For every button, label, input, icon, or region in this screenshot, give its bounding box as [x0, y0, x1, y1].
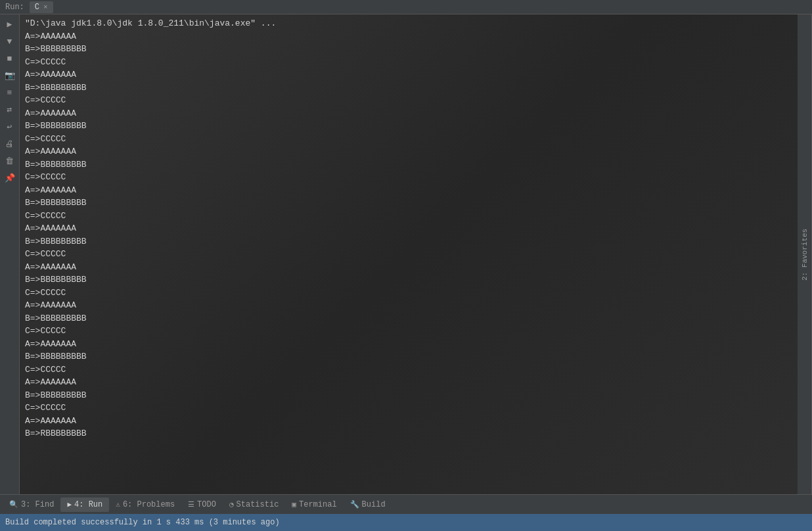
- console-output-line: B=>RBBBBBBBB: [25, 427, 792, 440]
- wrap-icon[interactable]: ≡: [3, 85, 17, 100]
- todo-icon: ☰: [188, 500, 194, 509]
- bottom-tab-bar: 🔍 3: Find ▶ 4: Run ⚠ 6: Problems ☰ TODO …: [0, 494, 812, 514]
- scroll-down-icon[interactable]: ▼: [3, 34, 17, 49]
- title-bar: Run: C ×: [0, 0, 812, 14]
- console-output-line: A=>AAAAAAA: [25, 222, 792, 235]
- console-output-line: A=>AAAAAAA: [25, 376, 792, 389]
- console-output-line: B=>BBBBBBBBB: [25, 312, 792, 325]
- problems-icon: ⚠: [116, 500, 120, 509]
- console-output-line: C=>CCCCC: [25, 325, 792, 338]
- console-output-line: B=>BBBBBBBBB: [25, 273, 792, 287]
- favorites-sidebar[interactable]: 2: Favorites: [798, 14, 812, 494]
- main-layout: ▶ ▼ ■ 📷 ≡ ⇄ ↩ 🖨 🗑 📌 "D:\java jdk1.8.0\jd…: [0, 14, 812, 494]
- console-output-line: A=>AAAAAAA: [25, 30, 792, 43]
- console-output-line: A=>AAAAAAA: [25, 415, 792, 428]
- find-icon: 🔍: [9, 500, 18, 509]
- tab-run-label: 4: Run: [74, 500, 102, 509]
- status-bar: Build completed successfully in 1 s 433 …: [0, 514, 812, 531]
- console-output-line: B=>BBBBBBBBB: [25, 350, 792, 363]
- tab-problems[interactable]: ⚠ 6: Problems: [109, 497, 181, 512]
- console-output-line: B=>BBBBBBBBB: [25, 158, 792, 172]
- console-area: "D:\java jdk1.8.0\jdk 1.8.0_211\bin\java…: [20, 14, 798, 494]
- tab-todo-label: TODO: [197, 500, 216, 509]
- tab-terminal-label: Terminal: [299, 500, 337, 509]
- screenshot-icon[interactable]: 📷: [3, 68, 17, 83]
- console-output-line: A=>AAAAAAA: [25, 338, 792, 351]
- tab-statistic-label: Statistic: [237, 500, 279, 509]
- tab-build-label: Build: [362, 500, 386, 509]
- left-sidebar: ▶ ▼ ■ 📷 ≡ ⇄ ↩ 🖨 🗑 📌: [0, 14, 20, 494]
- tab-close-button[interactable]: ×: [43, 3, 48, 11]
- statistic-icon: ◔: [229, 500, 234, 509]
- run-icon[interactable]: ▶: [3, 17, 17, 32]
- console-output-line: C=>CCCCC: [25, 363, 792, 377]
- console-output-line: C=>CCCCC: [25, 94, 792, 107]
- console-output-line: A=>AAAAAAA: [25, 261, 792, 274]
- console-output: A=>AAAAAAAB=>BBBBBBBBBC=>CCCCCA=>AAAAAAA…: [25, 30, 792, 440]
- console-output-line: B=>BBBBBBBBB: [25, 389, 792, 402]
- console-output-line: A=>AAAAAAA: [25, 107, 792, 120]
- status-message: Build completed successfully in 1 s 433 …: [5, 518, 280, 527]
- tab-statistic[interactable]: ◔ Statistic: [223, 497, 285, 512]
- build-icon: 🔧: [350, 500, 359, 509]
- console-output-line: C=>CCCCC: [25, 402, 792, 415]
- settings-icon[interactable]: ⇄: [3, 103, 17, 117]
- console-output-line: C=>CCCCC: [25, 210, 792, 223]
- tab-name: C: [35, 3, 39, 12]
- console-output-line: C=>CCCCC: [25, 248, 792, 261]
- pin-icon[interactable]: 📌: [3, 171, 17, 185]
- console-content: "D:\java jdk1.8.0\jdk 1.8.0_211\bin\java…: [25, 17, 792, 440]
- console-output-line: B=>BBBBBBBBB: [25, 120, 792, 133]
- stop-icon[interactable]: ■: [3, 51, 17, 66]
- tab-find-label: 3: Find: [21, 500, 54, 509]
- back-icon[interactable]: ↩: [3, 120, 17, 134]
- console-output-line: C=>CCCCC: [25, 287, 792, 300]
- console-output-line: A=>AAAAAAA: [25, 145, 792, 158]
- console-output-line: B=>BBBBBBBBB: [25, 235, 792, 248]
- console-output-line: A=>AAAAAAA: [25, 299, 792, 312]
- run-label: Run:: [5, 3, 24, 12]
- delete-icon[interactable]: 🗑: [3, 154, 17, 168]
- run-tab-icon: ▶: [67, 500, 72, 509]
- tab-build[interactable]: 🔧 Build: [344, 497, 392, 512]
- tab-problems-label: 6: Problems: [123, 500, 175, 509]
- console-command-line: "D:\java jdk1.8.0\jdk 1.8.0_211\bin\java…: [25, 17, 792, 30]
- console-output-line: A=>AAAAAAA: [25, 184, 792, 197]
- console-output-line: C=>CCCCC: [25, 133, 792, 146]
- print-icon[interactable]: 🖨: [3, 137, 17, 151]
- tab-run[interactable]: ▶ 4: Run: [60, 497, 109, 512]
- terminal-icon: ▣: [292, 500, 296, 509]
- tab-terminal[interactable]: ▣ Terminal: [285, 497, 343, 512]
- console-output-line: B=>BBBBBBBBB: [25, 196, 792, 210]
- tab-find[interactable]: 🔍 3: Find: [3, 497, 60, 512]
- console-output-line: B=>BBBBBBBBB: [25, 43, 792, 56]
- console-output-line: C=>CCCCC: [25, 171, 792, 184]
- run-tab[interactable]: C ×: [30, 1, 53, 13]
- console-output-line: C=>CCCCC: [25, 56, 792, 69]
- tab-todo[interactable]: ☰ TODO: [181, 497, 223, 512]
- console-output-line: B=>BBBBBBBBB: [25, 81, 792, 95]
- console-output-line: A=>AAAAAAA: [25, 68, 792, 81]
